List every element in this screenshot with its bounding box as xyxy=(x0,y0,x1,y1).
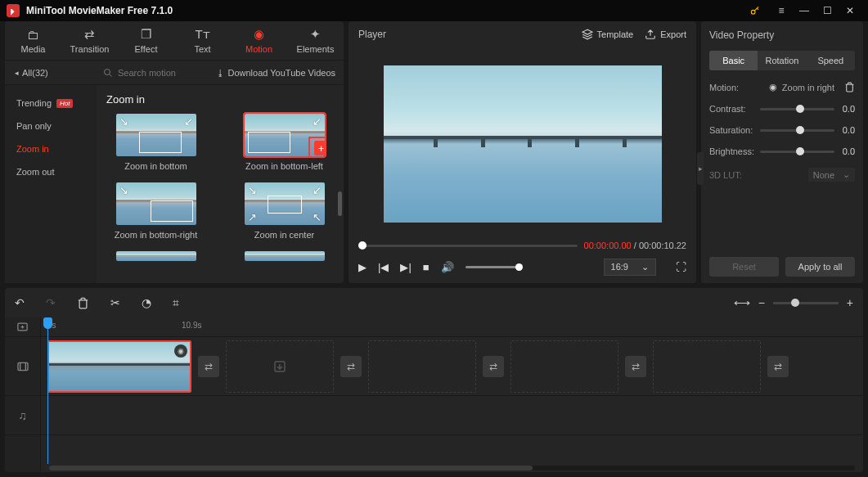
sidebar-item-zoom-out[interactable]: Zoom out xyxy=(5,160,97,183)
next-frame-button[interactable]: ▶| xyxy=(400,261,411,273)
category-sidebar: TrendingHot Pan only Zoom in Zoom out xyxy=(5,85,97,283)
elements-icon: ✦ xyxy=(310,27,321,42)
panel-expand-handle[interactable]: ▸ xyxy=(697,152,704,185)
split-button[interactable]: ✂ xyxy=(110,296,120,309)
sidebar-item-zoom-in[interactable]: Zoom in xyxy=(5,137,97,160)
motion-icon: ◉ xyxy=(254,27,264,42)
motion-item-partial-2[interactable] xyxy=(235,251,334,261)
maximize-button[interactable]: ☐ xyxy=(816,1,839,20)
transition-slot[interactable]: ⇄ xyxy=(767,356,789,377)
contrast-slider[interactable] xyxy=(760,108,834,110)
transition-slot[interactable]: ⇄ xyxy=(483,356,504,377)
media-icon: 🗀 xyxy=(27,28,39,42)
stop-button[interactable]: ■ xyxy=(423,261,430,273)
video-track-icon xyxy=(5,337,40,396)
timeline-ruler[interactable]: 0s 10.9s xyxy=(41,317,863,337)
prev-frame-button[interactable]: |◀ xyxy=(378,261,389,273)
motion-zoom-in-bottom-right[interactable]: ↘ Zoom in bottom-right xyxy=(106,182,205,240)
prop-tab-rotation[interactable]: Rotation xyxy=(758,51,806,70)
search-input[interactable] xyxy=(118,68,191,78)
export-button[interactable]: Export xyxy=(645,29,686,40)
top-tabs: 🗀Media ⇄Transition ❐Effect TᴛText ◉Motio… xyxy=(5,21,344,61)
tab-text[interactable]: TᴛText xyxy=(174,21,231,60)
effect-icon: ❐ xyxy=(141,27,151,42)
aspect-ratio-select[interactable]: 16:9⌄ xyxy=(604,259,656,276)
motion-indicator-icon: ◉ xyxy=(769,82,777,92)
add-motion-button[interactable]: + xyxy=(314,141,325,155)
timeline: ♫ 0s 10.9s ◉ ⇄ ⇄ ⇄ ⇄ ⇄ xyxy=(5,317,863,472)
timeline-toolbar: ↶ ↷ ✂ ◔ ⌗ ⟷ − + xyxy=(5,288,863,317)
transition-slot[interactable]: ⇄ xyxy=(198,356,219,377)
brightness-slider[interactable] xyxy=(760,151,834,153)
transition-slot[interactable]: ⇄ xyxy=(625,356,646,377)
timeline-scrollbar[interactable] xyxy=(49,466,855,470)
zoom-out-button[interactable]: − xyxy=(758,296,765,309)
playhead[interactable] xyxy=(47,317,48,464)
title-bar: ⏵ MiniTool MovieMaker Free 7.1.0 ≡ — ☐ ✕ xyxy=(0,0,868,21)
add-track-button[interactable] xyxy=(5,317,40,337)
sidebar-item-pan-only[interactable]: Pan only xyxy=(5,115,97,137)
video-track[interactable]: ◉ ⇄ ⇄ ⇄ ⇄ ⇄ xyxy=(41,337,863,396)
empty-clip-slot[interactable] xyxy=(226,340,334,393)
menu-icon[interactable]: ≡ xyxy=(770,1,793,20)
zoom-fit-button[interactable]: ⟷ xyxy=(734,296,750,309)
motion-zoom-in-center[interactable]: ↘↙ ↗↖ Zoom in center xyxy=(235,182,334,240)
lut-select[interactable]: None⌄ xyxy=(808,168,855,182)
volume-slider[interactable] xyxy=(465,266,523,268)
template-icon xyxy=(582,29,593,40)
key-icon[interactable] xyxy=(744,1,767,20)
transition-slot[interactable]: ⇄ xyxy=(340,356,362,377)
zoom-slider[interactable] xyxy=(773,302,839,304)
play-button[interactable]: ▶ xyxy=(358,261,367,273)
fullscreen-button[interactable]: ⛶ xyxy=(676,261,686,273)
player-panel: Player Template Export 00:00:00.00 / 00:… xyxy=(349,21,696,283)
minimize-button[interactable]: — xyxy=(793,1,816,20)
svg-rect-3 xyxy=(18,362,28,370)
tab-effect[interactable]: ❐Effect xyxy=(118,21,174,60)
audio-track-icon: ♫ xyxy=(5,396,40,435)
apply-to-all-button[interactable]: Apply to all xyxy=(785,257,855,277)
tab-media[interactable]: 🗀Media xyxy=(5,21,61,60)
seek-bar[interactable] xyxy=(358,245,578,247)
tab-elements[interactable]: ✦Elements xyxy=(287,21,344,60)
tab-motion[interactable]: ◉Motion xyxy=(231,21,287,60)
delete-motion-button[interactable] xyxy=(844,82,855,92)
undo-button[interactable]: ↶ xyxy=(15,296,25,309)
preview-display xyxy=(384,65,662,223)
delete-button[interactable] xyxy=(77,297,89,309)
close-button[interactable]: ✕ xyxy=(839,1,861,20)
empty-clip-slot[interactable] xyxy=(653,340,761,393)
redo-button[interactable]: ↷ xyxy=(46,296,56,309)
section-title: Zoom in xyxy=(106,93,334,106)
sidebar-item-trending[interactable]: TrendingHot xyxy=(5,92,97,115)
crop-button[interactable]: ⌗ xyxy=(173,296,179,310)
download-icon: ⭳ xyxy=(216,68,225,78)
motion-grid: Zoom in ↘↙ Zoom in bottom ↙ + xyxy=(97,85,344,283)
svg-point-1 xyxy=(105,69,110,74)
empty-clip-slot[interactable] xyxy=(368,340,476,393)
prop-tab-basic[interactable]: Basic xyxy=(709,51,758,70)
library-scrollbar[interactable] xyxy=(338,191,342,216)
download-youtube-link[interactable]: ⭳ Download YouTube Videos xyxy=(216,68,344,78)
video-clip[interactable]: ◉ xyxy=(47,340,191,393)
saturation-slider[interactable] xyxy=(760,129,834,132)
template-button[interactable]: Template xyxy=(582,29,634,40)
volume-icon[interactable]: 🔊 xyxy=(441,261,454,273)
player-title: Player xyxy=(358,29,570,40)
reset-button[interactable]: Reset xyxy=(709,257,779,277)
all-filter[interactable]: All(32) xyxy=(5,68,97,78)
motion-value: Zoom in right xyxy=(782,83,834,92)
search-icon xyxy=(103,68,113,78)
zoom-in-button[interactable]: + xyxy=(847,296,853,309)
speed-button[interactable]: ◔ xyxy=(142,296,151,309)
tab-transition[interactable]: ⇄Transition xyxy=(61,21,118,60)
audio-track[interactable] xyxy=(41,396,863,435)
motion-item-partial-1[interactable] xyxy=(106,251,205,261)
empty-clip-slot[interactable] xyxy=(510,340,618,393)
prop-tab-speed[interactable]: Speed xyxy=(807,51,855,70)
add-motion-highlight: + xyxy=(308,137,325,156)
motion-zoom-in-bottom-left[interactable]: ↙ + Zoom in bottom-left xyxy=(235,114,334,171)
motion-zoom-in-bottom[interactable]: ↘↙ Zoom in bottom xyxy=(106,114,205,171)
timecode: 00:00:00.00 / 00:00:10.22 xyxy=(584,241,686,250)
motion-label: Motion: xyxy=(709,83,757,92)
